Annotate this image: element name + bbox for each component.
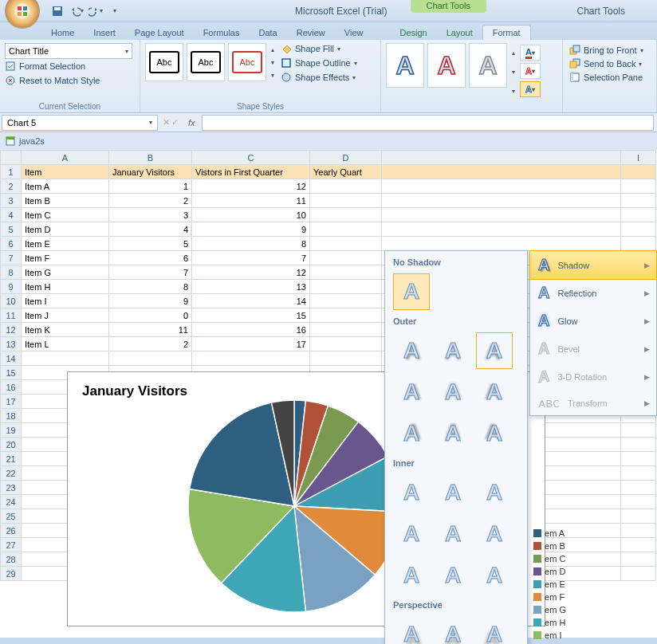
effect-bevel[interactable]: ABevel▶ [530,335,656,363]
shadow-preset[interactable]: A [476,516,513,552]
legend-item[interactable]: em A [533,528,568,538]
row-hdr[interactable]: 17 [1,395,22,409]
row-hdr[interactable]: 27 [1,538,22,552]
shape-fill-button[interactable]: Shape Fill▾ [281,43,357,54]
tab-layout[interactable]: Layout [437,26,482,40]
tab-view[interactable]: View [335,26,373,40]
cell[interactable]: Item I [22,294,109,308]
cell[interactable] [310,251,382,265]
cell[interactable]: Item C [22,208,109,222]
cell[interactable]: 1 [109,179,192,194]
cell[interactable]: Item H [22,280,109,294]
reset-match-style-button[interactable]: Reset to Match Style [5,73,135,88]
wordart-style-1[interactable]: A [386,43,424,88]
row-hdr[interactable]: 25 [1,509,22,524]
shape-effects-button[interactable]: Shape Effects▾ [281,72,357,83]
effect-3d-rotation[interactable]: A3-D Rotation▶ [530,363,656,391]
shadow-preset[interactable]: A [435,374,471,410]
row-hdr[interactable]: 4 [1,208,22,222]
shadow-preset[interactable]: A [393,374,430,410]
shadow-preset[interactable]: A [435,474,471,511]
text-fill-button[interactable]: A▾ [520,45,541,61]
shape-style-1[interactable]: Abc [145,43,183,81]
cell[interactable]: 12 [192,179,310,194]
cell[interactable]: 6 [109,251,192,265]
shadow-preset[interactable]: A [476,557,513,594]
cancel-formula-icon[interactable]: ✕ [163,117,170,128]
save-icon[interactable] [49,3,65,19]
format-selection-button[interactable]: Format Selection [5,59,135,73]
header-jan[interactable]: January Visitors [109,165,192,179]
cell[interactable]: 5 [109,237,192,251]
tab-design[interactable]: Design [390,26,436,40]
tab-format[interactable]: Format [482,25,531,40]
shadow-preset[interactable]: A [435,332,471,369]
shadow-preset[interactable]: A [435,415,471,452]
legend-item[interactable]: em I [533,630,568,640]
col-hdr-b[interactable]: B [109,151,192,165]
cell[interactable] [310,280,382,294]
wordart-gallery-more-icon[interactable]: ▾ [512,88,515,95]
tab-formulas[interactable]: Formulas [194,26,250,40]
col-hdr-i[interactable]: I [621,151,656,165]
cell[interactable]: 7 [192,251,310,265]
cell[interactable]: 11 [192,194,310,208]
wordart-style-3[interactable]: A [469,43,507,88]
shadow-preset[interactable]: A [435,616,471,644]
header-yq[interactable]: Yearly Quart [310,165,382,179]
cell[interactable]: 7 [109,265,192,280]
row-hdr[interactable]: 10 [1,294,22,308]
shadow-preset[interactable]: A [393,474,430,511]
row-hdr[interactable]: 26 [1,524,22,538]
row-hdr[interactable]: 5 [1,222,22,237]
col-hdr-d[interactable]: D [310,151,382,165]
col-hdr-c[interactable]: C [192,151,310,165]
cell[interactable]: 10 [192,208,310,222]
row-hdr[interactable]: 21 [1,452,22,466]
effect-shadow[interactable]: AShadow▶ [529,250,657,280]
row-hdr[interactable]: 11 [1,308,22,323]
row-hdr[interactable]: 24 [1,495,22,509]
cell[interactable]: Item G [22,265,109,280]
cell[interactable] [310,323,382,337]
send-to-back-button[interactable]: Send to Back▾ [569,58,650,69]
cell[interactable] [310,337,382,351]
header-item[interactable]: Item [22,165,109,179]
cell[interactable] [310,294,382,308]
row-hdr[interactable]: 2 [1,179,22,194]
row-hdr[interactable]: 20 [1,438,22,452]
shape-style-3[interactable]: Abc [228,43,266,81]
cell[interactable] [310,265,382,280]
cell[interactable]: Item F [22,251,109,265]
text-outline-button[interactable]: A▾ [520,63,541,79]
legend-item[interactable]: em E [533,579,568,589]
row-hdr[interactable]: 6 [1,237,22,251]
enter-formula-icon[interactable]: ✓ [171,117,179,128]
cell[interactable]: Item B [22,194,109,208]
legend-item[interactable]: em H [533,618,568,627]
selection-pane-button[interactable]: Selection Pane [569,72,650,83]
effect-transform[interactable]: ᴀʙᴄTransform▶ [530,391,656,415]
shadow-preset[interactable]: A [476,415,513,452]
cell[interactable] [310,194,382,208]
row-hdr[interactable]: 23 [1,481,22,495]
wordart-gallery-up-icon[interactable]: ▴ [512,49,515,57]
shadow-preset[interactable]: A [476,616,513,644]
cell[interactable]: Item A [22,179,109,194]
cell[interactable]: 4 [109,222,192,237]
row-hdr[interactable]: 19 [1,423,22,438]
tab-page-layout[interactable]: Page Layout [125,26,194,40]
row-hdr[interactable]: 22 [1,466,22,481]
tab-home[interactable]: Home [41,26,84,40]
redo-icon[interactable]: ▾ [88,3,104,19]
cell[interactable]: 8 [109,280,192,294]
header-q1[interactable]: Vistors in First Quarter [192,165,310,179]
cell[interactable]: 8 [192,237,310,251]
legend-item[interactable]: em C [533,554,568,564]
tab-review[interactable]: Review [287,26,335,40]
cell[interactable]: Item D [22,222,109,237]
shadow-preset[interactable]: A [393,415,430,452]
qat-customize-icon[interactable]: ▾ [107,3,123,19]
effect-reflection[interactable]: AReflection▶ [530,279,656,307]
row-hdr[interactable]: 7 [1,251,22,265]
